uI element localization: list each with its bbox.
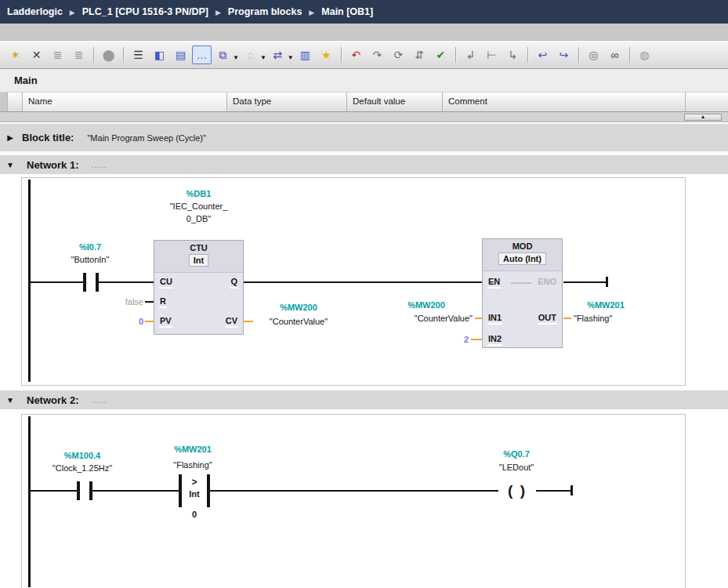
- delete-network-icon[interactable]: ✕: [27, 45, 46, 64]
- compare-type[interactable]: Int: [182, 489, 207, 499]
- wire: [99, 281, 154, 283]
- check-block-consistency-icon[interactable]: ✔: [431, 45, 451, 64]
- coil-symbol[interactable]: ( ): [498, 481, 536, 501]
- navigate-backward-icon[interactable]: ↩: [533, 45, 552, 64]
- out-operand-name[interactable]: "Flashing": [574, 313, 660, 324]
- go-to-previous-error-icon[interactable]: ↶: [346, 45, 366, 64]
- clock-contact-address[interactable]: %M100.4: [31, 450, 133, 461]
- dropdown-arrow-icon[interactable]: ▼: [288, 54, 294, 61]
- open-branch-icon[interactable]: ▥: [295, 45, 315, 64]
- expand-all-networks-icon[interactable]: ◧: [150, 45, 169, 64]
- collapse-table-button[interactable]: ▴: [684, 114, 722, 121]
- mod-pin-en[interactable]: EN: [487, 277, 501, 289]
- contact-operand-name[interactable]: "ButtonIn": [39, 254, 141, 265]
- collapse-arrow-icon[interactable]: ▼: [5, 161, 16, 169]
- go-to-next-error-icon[interactable]: ↷: [368, 45, 387, 64]
- network1-label[interactable]: Network 1:: [27, 159, 78, 171]
- cv-operand-name[interactable]: "CounterValue": [255, 316, 342, 327]
- column-header-comment[interactable]: Comment: [443, 93, 686, 112]
- ctu-pv-value[interactable]: 0: [96, 316, 143, 327]
- network2-comment-placeholder[interactable]: .....: [91, 395, 107, 405]
- delete-row-icon[interactable]: ≣: [69, 45, 89, 64]
- ctu-r-value[interactable]: false: [96, 296, 143, 307]
- ctu-pin-q[interactable]: Q: [230, 277, 238, 289]
- mod-type-dropdown[interactable]: Auto (Int): [498, 252, 546, 265]
- compare-operand-name[interactable]: "Flashing": [146, 459, 240, 470]
- monitoring-on-off-icon[interactable]: ∞: [605, 45, 625, 64]
- insert-network-icon[interactable]: ✶: [5, 45, 25, 64]
- keep-layout-icon[interactable]: ⬤: [99, 45, 118, 64]
- update-block-call-icon[interactable]: ⟳: [389, 45, 408, 64]
- expand-arrow-icon[interactable]: ▶: [5, 133, 16, 142]
- compare-operator[interactable]: >: [182, 477, 207, 488]
- mod-block-header: MOD Auto (Int): [483, 239, 562, 271]
- contact-operand-address[interactable]: %I0.7: [39, 241, 141, 252]
- network-comments-toggle-icon[interactable]: …: [192, 45, 212, 64]
- wire: [536, 490, 570, 492]
- clock-contact-name[interactable]: "Clock_1.25Hz": [31, 463, 133, 474]
- breadcrumb-item-program-blocks[interactable]: Program blocks: [228, 6, 302, 17]
- mod-block[interactable]: MOD Auto (Int) EN ENO IN1 IN2 OUT: [482, 238, 563, 348]
- mod-pin-in1[interactable]: IN1: [487, 313, 502, 325]
- wire: [145, 301, 154, 303]
- mod-block-title: MOD: [483, 239, 562, 251]
- breadcrumb-item-main-ob1[interactable]: Main [OB1]: [321, 6, 373, 17]
- search-icon[interactable]: ◎: [584, 45, 603, 64]
- in1-operand-name[interactable]: "CounterValue": [372, 313, 473, 324]
- block-title-row: ▶ Block title: "Main Program Sweep (Cycl…: [0, 124, 728, 153]
- breadcrumb-item-project[interactable]: Ladderlogic: [7, 6, 63, 17]
- column-header-name[interactable]: Name: [23, 93, 227, 112]
- navigate-forward-icon[interactable]: ↪: [554, 45, 574, 64]
- ctu-pin-r[interactable]: R: [159, 296, 167, 308]
- out-operand-address[interactable]: %MW201: [570, 299, 641, 310]
- know-how-protection-icon[interactable]: ◍: [635, 45, 654, 64]
- network1-comment-placeholder[interactable]: .....: [91, 160, 107, 169]
- block-title-value[interactable]: "Main Program Sweep (Cycle)": [87, 133, 205, 143]
- db-name-line2[interactable]: 0_DB": [154, 213, 244, 224]
- close-branch-icon[interactable]: ↳: [503, 45, 523, 64]
- column-header-data-type[interactable]: Data type: [227, 93, 347, 112]
- coil-operand-name[interactable]: "LEDout": [469, 462, 563, 473]
- mod-pin-out[interactable]: OUT: [538, 313, 557, 325]
- breadcrumb-item-plc[interactable]: PLC_1 [CPU 1516-3 PN/DP]: [82, 6, 208, 17]
- ctu-counter-block[interactable]: CTU Int CU Q R PV CV: [154, 240, 244, 335]
- collapse-networks-icon[interactable]: ☰: [129, 45, 148, 64]
- favorites-icon[interactable]: ★: [317, 45, 336, 64]
- insert-rung-icon[interactable]: ⊢: [482, 45, 502, 64]
- dropdown-arrow-icon[interactable]: ▼: [233, 54, 239, 61]
- insert-row-icon[interactable]: ≣: [48, 45, 67, 64]
- compare-value[interactable]: 0: [182, 510, 207, 519]
- db-name-line1[interactable]: "IEC_Counter_: [154, 201, 244, 212]
- dropdown-arrow-icon[interactable]: ▼: [260, 54, 266, 61]
- network2-label[interactable]: Network 2:: [27, 394, 78, 406]
- in2-value[interactable]: 2: [426, 334, 469, 345]
- in1-operand-address[interactable]: %MW200: [380, 299, 473, 310]
- compare-operand-address[interactable]: %MW201: [146, 444, 240, 455]
- ctu-pin-pv[interactable]: PV: [159, 316, 172, 328]
- table-splitter[interactable]: ▴: [0, 112, 728, 122]
- column-header-filler: [686, 93, 728, 112]
- db-address[interactable]: %DB1: [154, 188, 244, 199]
- toolbar-separator: [123, 47, 124, 63]
- breadcrumb-arrow-icon: ▶: [309, 8, 314, 16]
- synchronize-online-offline-icon[interactable]: ⇵: [410, 45, 429, 64]
- ctu-type-dropdown[interactable]: Int: [189, 254, 208, 267]
- wire: [31, 490, 77, 492]
- coil-operand-address[interactable]: %Q0.7: [469, 448, 563, 459]
- insert-branch-icon[interactable]: ↲: [461, 45, 480, 64]
- ctu-pin-cv[interactable]: CV: [225, 316, 238, 328]
- wire: [92, 490, 179, 492]
- power-rail: [28, 416, 31, 587]
- column-header-default-value[interactable]: Default value: [347, 93, 443, 112]
- breadcrumb-arrow-icon: ▶: [70, 8, 75, 16]
- insert-box-icon[interactable]: ⧉: [213, 45, 233, 64]
- orange-wire: [244, 321, 253, 322]
- toolbar-separator: [93, 47, 94, 63]
- cv-operand-address[interactable]: %MW200: [255, 302, 342, 313]
- close-all-networks-icon[interactable]: ▤: [171, 45, 190, 64]
- collapse-arrow-icon[interactable]: ▼: [5, 396, 16, 405]
- ctu-pin-cu[interactable]: CU: [159, 277, 173, 289]
- mod-pin-in2[interactable]: IN2: [487, 334, 502, 346]
- insert-comment-icon[interactable]: ◌: [241, 45, 260, 64]
- insert-move-operation-icon[interactable]: ⇄: [268, 45, 288, 64]
